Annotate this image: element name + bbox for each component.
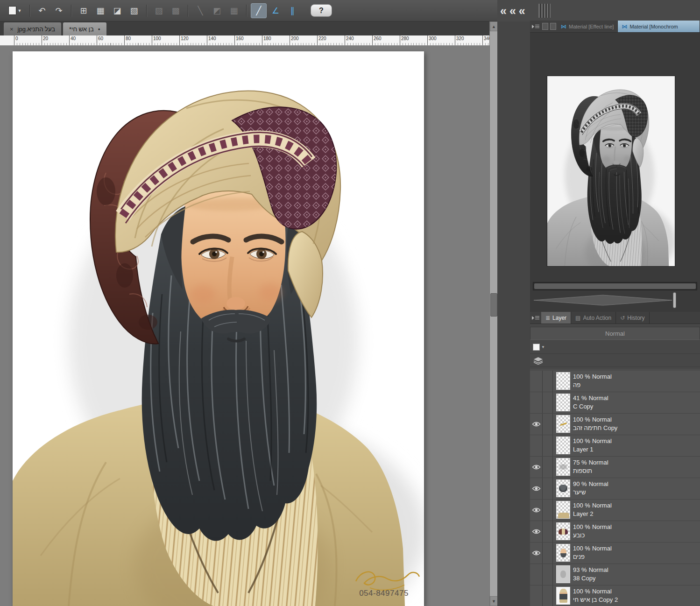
material-mini-tab-icon[interactable] bbox=[550, 23, 556, 30]
doc-tab-ben-ish-chai[interactable]: *בן אש חי ● bbox=[63, 22, 106, 35]
line-tool-button[interactable]: ╲ bbox=[192, 3, 208, 18]
layer-opacity-value: 100 % bbox=[573, 502, 590, 509]
document-tab-bar: בעל התניא.jpg × *בן אש חי ● bbox=[0, 21, 489, 35]
layer-meta: 100 %Normalבן איש חי Copy 2 bbox=[573, 585, 700, 606]
material-zoom-slider[interactable] bbox=[534, 292, 700, 308]
material-mini-tab-icon[interactable] bbox=[542, 23, 548, 30]
layer-thumbnail[interactable] bbox=[556, 522, 570, 540]
chevron-down-icon[interactable]: ▼ bbox=[541, 345, 545, 349]
layer-name: פה bbox=[573, 381, 700, 389]
new-canvas-button[interactable]: ▼ bbox=[5, 3, 25, 18]
canvas-viewport[interactable]: 054-8497475 bbox=[0, 46, 489, 606]
drawing-canvas[interactable]: 054-8497475 bbox=[13, 51, 424, 606]
panel-grip-handle[interactable] bbox=[538, 4, 551, 18]
layer-row[interactable]: 100 %NormalLayer 2 bbox=[530, 500, 700, 521]
layer-opacity-mode: 100 %Normal bbox=[573, 523, 700, 531]
layer-name: Layer 2 bbox=[573, 510, 700, 518]
layer-visibility-toggle[interactable] bbox=[530, 585, 543, 606]
snap-to-special-ruler-button[interactable]: ∠ bbox=[268, 3, 283, 18]
layer-row[interactable]: 75 %Normalתוספות bbox=[530, 457, 700, 478]
layer-opacity-mode: 93 %Normal bbox=[573, 566, 700, 574]
layer-meta: 41 %NormalC Copy bbox=[573, 392, 700, 413]
layer-row[interactable]: 90 %Normalשיער bbox=[530, 478, 700, 500]
layer-thumbnail[interactable] bbox=[556, 479, 570, 497]
chevron-down-icon: ▼ bbox=[18, 8, 22, 13]
selection-clear-button[interactable]: ▩ bbox=[168, 3, 184, 18]
layer-visibility-toggle[interactable] bbox=[530, 500, 543, 521]
zoom-slider-knob[interactable] bbox=[673, 292, 676, 308]
scrollbar-thumb[interactable] bbox=[490, 293, 497, 317]
close-icon[interactable]: × bbox=[10, 26, 14, 33]
layer-row[interactable]: 100 %Normalכובע bbox=[530, 521, 700, 543]
layer-name: חתימה זהב Copy bbox=[573, 424, 700, 432]
layer-stack-icon[interactable] bbox=[533, 357, 543, 365]
scroll-down-arrow-icon[interactable]: ▼ bbox=[490, 596, 498, 606]
transform-frame-tool-button[interactable]: ▧ bbox=[126, 3, 142, 18]
snap-to-grid-button[interactable]: ∥ bbox=[284, 3, 300, 18]
ruler-label: 40 bbox=[71, 36, 76, 41]
layer-visibility-toggle[interactable] bbox=[530, 564, 543, 585]
layer-lock-column bbox=[543, 371, 553, 392]
blend-tool-button[interactable]: ◪ bbox=[109, 3, 125, 18]
layer-thumbnail[interactable] bbox=[556, 587, 570, 605]
snap-to-ruler-button[interactable]: ╱ bbox=[251, 3, 267, 18]
layer-color-swatch[interactable] bbox=[533, 344, 540, 351]
layer-row[interactable]: 93 %Normal38 Copy bbox=[530, 564, 700, 585]
grid-tool-button[interactable]: ▦ bbox=[226, 3, 242, 18]
panel-menu-icon[interactable] bbox=[530, 312, 541, 324]
scrollbar-thumb[interactable] bbox=[534, 283, 696, 289]
layer-visibility-toggle[interactable] bbox=[530, 543, 543, 564]
blend-mode-dropdown[interactable]: Normal bbox=[530, 327, 700, 340]
collapse-panel-icon[interactable]: « bbox=[509, 5, 516, 17]
layer-thumbnail[interactable] bbox=[556, 501, 570, 519]
doc-tab-baal-hatanya[interactable]: בעל התניא.jpg × bbox=[4, 22, 61, 35]
tab-layer[interactable]: ≣ Layer bbox=[541, 312, 571, 324]
tab-auto-action[interactable]: ▤ Auto Action bbox=[571, 312, 616, 324]
gradient-tool-button[interactable]: ◩ bbox=[209, 3, 225, 18]
layer-thumbnail[interactable] bbox=[556, 437, 570, 454]
layer-visibility-toggle[interactable] bbox=[530, 521, 543, 542]
layer-row[interactable]: 100 %Normalפנים bbox=[530, 543, 700, 564]
layer-row[interactable]: 100 %NormalLayer 1 bbox=[530, 435, 700, 457]
layer-name: פנים bbox=[573, 553, 700, 561]
redo-button[interactable]: ↷ bbox=[51, 3, 67, 18]
material-horizontal-scrollbar[interactable] bbox=[533, 282, 697, 290]
auto-action-icon: ▤ bbox=[575, 315, 580, 321]
layer-visibility-toggle[interactable] bbox=[530, 478, 543, 499]
reference-material-preview[interactable] bbox=[547, 76, 675, 266]
move-layer-tool-button[interactable]: ⊞ bbox=[76, 3, 92, 18]
tab-material-monochrome[interactable]: ⋈ Material [Monochrom bbox=[618, 21, 700, 32]
layer-thumbnail[interactable] bbox=[556, 544, 570, 562]
layer-row[interactable]: 100 %Normalחתימה זהב Copy bbox=[530, 414, 700, 435]
layer-thumbnail[interactable] bbox=[556, 372, 570, 390]
layer-thumbnail[interactable] bbox=[556, 458, 570, 476]
collapse-panel-icon[interactable]: « bbox=[519, 5, 525, 17]
help-button[interactable]: ? bbox=[311, 4, 332, 17]
undo-button[interactable]: ↶ bbox=[34, 3, 50, 18]
layer-thumbnail[interactable] bbox=[556, 394, 570, 411]
layer-visibility-toggle[interactable] bbox=[530, 392, 543, 413]
layer-row[interactable]: 100 %Normalפה bbox=[530, 371, 700, 392]
layer-visibility-toggle[interactable] bbox=[530, 414, 543, 435]
eye-icon bbox=[532, 507, 541, 513]
collapse-panel-icon[interactable]: « bbox=[500, 5, 507, 17]
canvas-vertical-scrollbar[interactable]: ▲ ▼ bbox=[489, 21, 497, 606]
zoom-slider-track bbox=[534, 294, 674, 306]
layer-row[interactable]: 41 %NormalC Copy bbox=[530, 392, 700, 414]
layer-thumbnail[interactable] bbox=[556, 415, 570, 433]
layer-thumbnail[interactable] bbox=[556, 565, 570, 583]
tab-history[interactable]: ↺ History bbox=[616, 312, 649, 324]
tab-material-effect-line[interactable]: ⋈ Material [Effect line] bbox=[557, 21, 618, 32]
layer-row[interactable]: 100 %Normalבן איש חי Copy 2 bbox=[530, 585, 700, 606]
layer-blend-mode: Normal bbox=[592, 545, 612, 552]
layer-name: בן איש חי Copy 2 bbox=[573, 596, 700, 604]
layer-visibility-toggle[interactable] bbox=[530, 457, 543, 478]
panel-menu-icon[interactable] bbox=[530, 21, 541, 32]
layer-opacity-value: 100 % bbox=[573, 437, 590, 444]
layer-blend-mode: Normal bbox=[589, 459, 608, 466]
layer-visibility-toggle[interactable] bbox=[530, 435, 543, 456]
layer-visibility-toggle[interactable] bbox=[530, 371, 543, 392]
selection-option-button[interactable]: ▨ bbox=[151, 3, 167, 18]
scroll-up-arrow-icon[interactable]: ▲ bbox=[490, 21, 498, 31]
marquee-tool-button[interactable]: ▦ bbox=[92, 3, 108, 18]
